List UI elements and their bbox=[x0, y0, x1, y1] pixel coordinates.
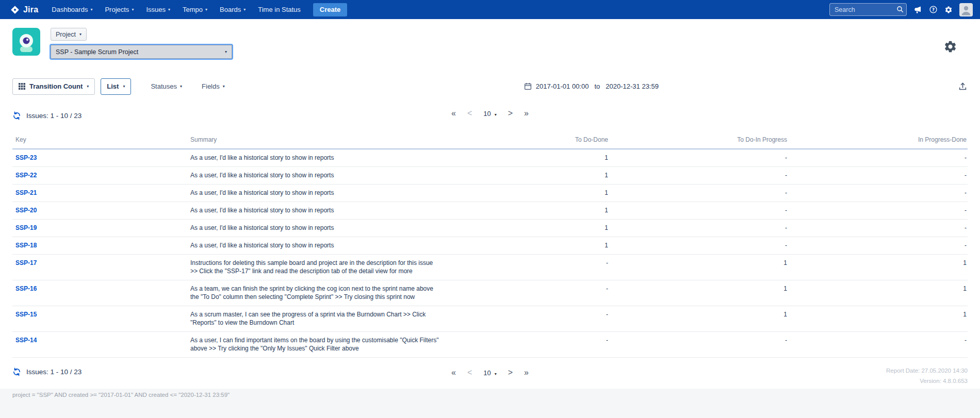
cell-todo-done: 1 bbox=[454, 237, 609, 255]
chevron-down-icon: ▾ bbox=[132, 8, 134, 12]
search-icon bbox=[896, 6, 904, 13]
issue-summary: Instructions for deleting this sample bo… bbox=[190, 259, 439, 275]
pagination-next-button[interactable]: > bbox=[508, 109, 513, 118]
chevron-down-icon: ▾ bbox=[243, 8, 246, 12]
report-type-button[interactable]: Transition Count ▾ bbox=[12, 78, 95, 95]
calendar-icon bbox=[524, 82, 532, 90]
nav-item-label: Time in Status bbox=[258, 6, 301, 13]
settings-gear-icon[interactable] bbox=[943, 40, 957, 54]
cell-todo-inprogress: - bbox=[609, 185, 788, 202]
issue-key-link[interactable]: SSP-14 bbox=[15, 337, 37, 344]
issues-table: Key Summary To Do-Done To Do-In Progress… bbox=[12, 131, 968, 358]
statuses-dropdown[interactable]: Statuses ▾ bbox=[151, 82, 182, 90]
issue-key-link[interactable]: SSP-19 bbox=[15, 224, 37, 231]
column-header-summary[interactable]: Summary bbox=[190, 131, 454, 149]
chevron-down-icon: ▾ bbox=[225, 50, 227, 54]
issue-key-link[interactable]: SSP-21 bbox=[15, 189, 37, 196]
cell-todo-inprogress: 1 bbox=[609, 306, 788, 332]
issue-key-link[interactable]: SSP-22 bbox=[15, 172, 37, 179]
search-input[interactable] bbox=[829, 3, 907, 16]
issues-summary-text: Issues: 1 - 10 / 23 bbox=[26, 368, 81, 376]
table-row: SSP-22 As a user, I'd like a historical … bbox=[12, 167, 968, 185]
cell-inprogress-done: - bbox=[788, 185, 968, 202]
column-header-todo-inprogress[interactable]: To Do-In Progress bbox=[609, 131, 788, 149]
view-mode-button[interactable]: List ▾ bbox=[101, 78, 131, 95]
nav-item-time-in-status[interactable]: Time in Status bbox=[252, 0, 307, 19]
nav-item-label: Dashboards bbox=[52, 6, 88, 13]
date-separator: to bbox=[594, 82, 600, 90]
help-icon[interactable]: ? bbox=[929, 5, 938, 14]
pagination-prev-button[interactable]: < bbox=[467, 109, 472, 118]
nav-item-label: Issues bbox=[146, 6, 166, 13]
issue-key-link[interactable]: SSP-16 bbox=[15, 285, 37, 292]
pagination-first-button[interactable]: « bbox=[451, 369, 456, 377]
pagination-prev-button[interactable]: < bbox=[467, 369, 472, 377]
nav-item-projects[interactable]: Projects ▾ bbox=[99, 0, 140, 19]
date-range-picker[interactable]: 2017-01-01 00:00 to 2020-12-31 23:59 bbox=[524, 82, 659, 90]
table-row: SSP-15 As a scrum master, I can see the … bbox=[12, 306, 968, 332]
issue-key-link[interactable]: SSP-20 bbox=[15, 207, 37, 214]
statuses-label: Statuses bbox=[151, 82, 177, 90]
refresh-icon[interactable] bbox=[12, 367, 21, 376]
page-size-select[interactable]: 10 ▾ bbox=[483, 110, 496, 118]
issue-key-link[interactable]: SSP-15 bbox=[15, 311, 37, 318]
refresh-arrows-icon bbox=[12, 111, 21, 120]
cell-todo-inprogress: - bbox=[609, 167, 788, 185]
issue-summary: As a user, I'd like a historical story t… bbox=[190, 154, 439, 162]
navbar-right: ? bbox=[829, 3, 973, 16]
user-avatar[interactable] bbox=[959, 3, 973, 16]
create-button[interactable]: Create bbox=[313, 3, 347, 16]
refresh-icon[interactable] bbox=[12, 111, 21, 120]
page-size-select[interactable]: 10 ▾ bbox=[483, 369, 496, 377]
issue-summary: As a user, I'd like a historical story t… bbox=[190, 224, 439, 232]
report-header: Project ▾ SSP - Sample Scrum Project ▾ bbox=[0, 19, 980, 66]
cell-inprogress-done: 1 bbox=[788, 255, 968, 280]
project-picker: Project ▾ SSP - Sample Scrum Project ▾ bbox=[51, 28, 232, 59]
issue-key-link[interactable]: SSP-23 bbox=[15, 154, 37, 161]
cell-inprogress-done: - bbox=[788, 332, 968, 358]
export-icon[interactable] bbox=[958, 81, 968, 91]
cell-inprogress-done: - bbox=[788, 149, 968, 167]
project-avatar-icon bbox=[12, 28, 40, 56]
date-to: 2020-12-31 23:59 bbox=[606, 82, 659, 90]
project-select[interactable]: SSP - Sample Scrum Project ▾ bbox=[51, 45, 232, 59]
megaphone-icon bbox=[913, 5, 922, 14]
announcements-icon[interactable] bbox=[913, 5, 922, 14]
column-header-key[interactable]: Key bbox=[12, 131, 190, 149]
pagination-last-button[interactable]: » bbox=[524, 369, 529, 377]
cell-todo-done: - bbox=[454, 332, 609, 358]
chevron-down-icon: ▾ bbox=[87, 85, 89, 89]
pagination-first-button[interactable]: « bbox=[451, 109, 456, 118]
cell-todo-inprogress: - bbox=[609, 149, 788, 167]
issue-key-link[interactable]: SSP-18 bbox=[15, 242, 37, 249]
nav-item-dashboards[interactable]: Dashboards ▾ bbox=[45, 0, 99, 19]
cell-todo-done: - bbox=[454, 306, 609, 332]
nav-item-issues[interactable]: Issues ▾ bbox=[140, 0, 176, 19]
pagination-next-button[interactable]: > bbox=[508, 369, 513, 377]
fields-dropdown[interactable]: Fields ▾ bbox=[202, 82, 225, 90]
column-header-inprogress-done[interactable]: In Progress-Done bbox=[788, 131, 968, 149]
date-from: 2017-01-01 00:00 bbox=[536, 82, 589, 90]
cell-todo-inprogress: - bbox=[609, 332, 788, 358]
nav-item-boards[interactable]: Boards ▾ bbox=[214, 0, 252, 19]
cell-inprogress-done: - bbox=[788, 202, 968, 220]
project-select-value: SSP - Sample Scrum Project bbox=[56, 48, 138, 56]
issue-key-link[interactable]: SSP-17 bbox=[15, 259, 37, 266]
fields-label: Fields bbox=[202, 82, 220, 90]
cell-todo-done: 1 bbox=[454, 202, 609, 220]
admin-gear-icon[interactable] bbox=[944, 6, 953, 14]
cell-todo-done: 1 bbox=[454, 185, 609, 202]
issue-summary: As a scrum master, I can see the progres… bbox=[190, 310, 439, 327]
table-row: SSP-16 As a team, we can finish the spri… bbox=[12, 280, 968, 306]
jira-home-link[interactable]: Jira bbox=[10, 5, 38, 14]
pagination-top: « < 10 ▾ > » bbox=[451, 109, 529, 118]
table-row: SSP-19 As a user, I'd like a historical … bbox=[12, 220, 968, 237]
cell-inprogress-done: - bbox=[788, 220, 968, 237]
pagination-last-button[interactable]: » bbox=[524, 109, 529, 118]
cell-todo-inprogress: - bbox=[609, 220, 788, 237]
cell-todo-inprogress: - bbox=[609, 237, 788, 255]
nav-item-tempo[interactable]: Tempo ▾ bbox=[176, 0, 214, 19]
scope-select-button[interactable]: Project ▾ bbox=[51, 28, 87, 41]
column-header-todo-done[interactable]: To Do-Done bbox=[454, 131, 609, 149]
cell-todo-inprogress: - bbox=[609, 202, 788, 220]
